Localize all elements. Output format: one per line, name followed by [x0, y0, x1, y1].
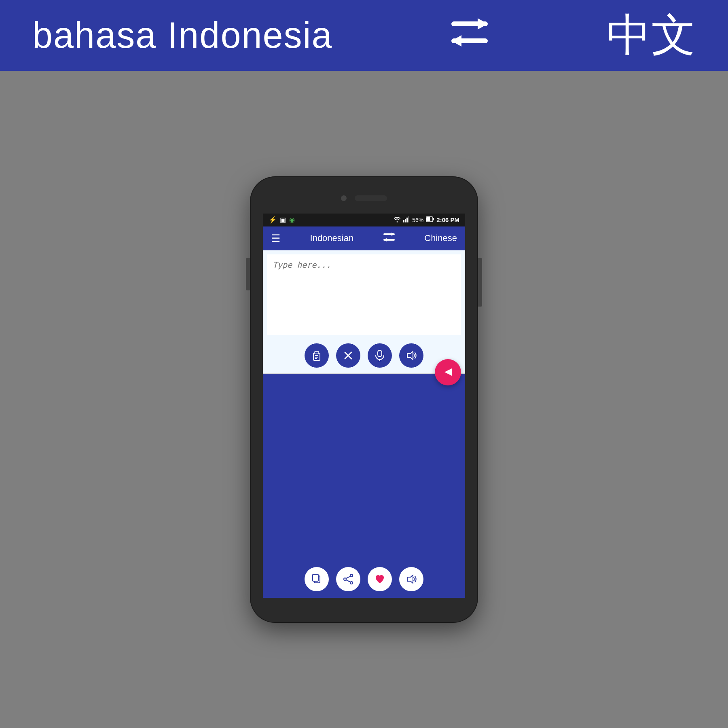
image-notification-icon: ▣ [280, 216, 286, 224]
status-left-icons: ⚡ ▣ ◉ [269, 216, 295, 224]
phone-bottom [251, 598, 477, 622]
banner-swap-icon[interactable] [451, 17, 488, 54]
svg-point-29 [350, 574, 353, 577]
svg-rect-6 [406, 218, 408, 222]
battery-icon [426, 216, 434, 224]
target-language-button[interactable]: Chinese [424, 233, 457, 243]
status-right-icons: 56% 2:06 PM [394, 216, 459, 224]
svg-marker-3 [451, 35, 461, 47]
earpiece-speaker [355, 195, 387, 201]
svg-line-32 [346, 576, 350, 578]
banner-target-lang: 中文 [607, 5, 696, 66]
svg-marker-2 [478, 18, 488, 30]
menu-button[interactable]: ☰ [271, 232, 280, 245]
svg-rect-9 [426, 217, 430, 221]
tts-input-button[interactable] [399, 343, 423, 368]
volume-button [246, 258, 250, 290]
input-area [263, 250, 465, 374]
share-output-button[interactable] [336, 567, 360, 591]
svg-marker-34 [407, 575, 413, 583]
tts-output-button[interactable] [399, 567, 423, 591]
svg-point-30 [344, 578, 346, 580]
svg-rect-4 [403, 220, 404, 222]
translate-send-button[interactable] [435, 359, 461, 385]
svg-marker-14 [383, 238, 387, 241]
svg-rect-16 [315, 351, 319, 354]
battery-percent: 56% [412, 217, 423, 223]
clipboard-button[interactable] [305, 343, 329, 368]
wifi-icon [394, 216, 401, 224]
usb-icon: ⚡ [269, 216, 277, 224]
banner-source-lang: bahasa Indonesia [32, 15, 333, 56]
time-display: 2:06 PM [436, 216, 459, 223]
favorite-output-button[interactable] [368, 567, 392, 591]
input-action-buttons [263, 339, 465, 373]
phone-shell: ⚡ ▣ ◉ [251, 177, 477, 622]
translation-output [263, 374, 465, 561]
status-bar: ⚡ ▣ ◉ [263, 214, 465, 226]
output-area [263, 374, 465, 598]
clear-button[interactable] [336, 343, 360, 368]
svg-marker-13 [392, 233, 395, 236]
svg-marker-25 [407, 351, 413, 360]
signal-icon [403, 216, 410, 224]
front-camera [341, 195, 347, 201]
source-language-button[interactable]: Indonesian [310, 233, 354, 243]
svg-rect-7 [408, 216, 409, 222]
swap-languages-button[interactable] [383, 233, 395, 244]
copy-output-button[interactable] [305, 567, 329, 591]
phone-screen: ⚡ ▣ ◉ [263, 214, 465, 598]
svg-rect-5 [405, 219, 406, 222]
app-toolbar: ☰ Indonesian Chinese [263, 226, 465, 250]
active-app-icon: ◉ [289, 216, 295, 224]
svg-rect-22 [378, 350, 382, 357]
phone-area: ⚡ ▣ ◉ [251, 71, 477, 728]
phone-top-bar [251, 177, 477, 214]
svg-point-31 [350, 582, 353, 584]
top-banner: bahasa Indonesia 中文 [0, 0, 728, 71]
output-action-buttons [263, 561, 465, 598]
svg-rect-10 [433, 218, 434, 220]
translation-input[interactable] [267, 254, 461, 335]
svg-rect-28 [313, 574, 318, 581]
power-button [478, 258, 482, 307]
svg-marker-26 [444, 368, 452, 376]
svg-line-33 [346, 580, 350, 582]
microphone-button[interactable] [368, 343, 392, 368]
